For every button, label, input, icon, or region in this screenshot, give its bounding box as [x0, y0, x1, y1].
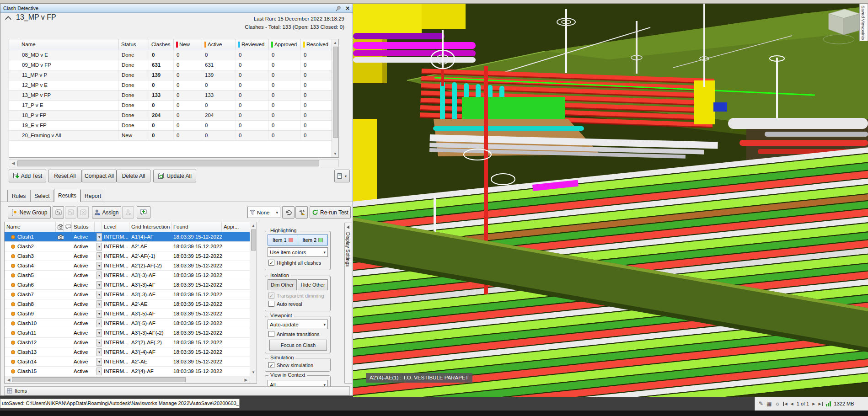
- display-settings-tab[interactable]: Display Settings: [344, 223, 352, 384]
- focus-on-clash-button[interactable]: Focus on Clash: [269, 340, 327, 351]
- clash-row[interactable]: Clash11Active▾INTERM...A3'(-3)-AF(-2)18:…: [5, 328, 257, 338]
- results-column-header[interactable]: [95, 222, 102, 232]
- clash-row[interactable]: Clash10Active▾INTERM...A3'(-5)-AF18:03:3…: [5, 319, 257, 328]
- status-dropdown[interactable]: ▾: [96, 348, 102, 356]
- saved-viewpoints-tab[interactable]: Saved Viewpoints: [859, 4, 868, 41]
- edit-icon[interactable]: ✎: [759, 400, 763, 407]
- first-sheet-button[interactable]: ◀: [783, 402, 787, 406]
- compact-view-button[interactable]: [295, 206, 308, 219]
- test-row[interactable]: 20_Framing v AllNew000000: [9, 131, 338, 141]
- tests-table-header[interactable]: NameStatusClashesNewActiveReviewedApprov…: [9, 39, 338, 50]
- clash-row[interactable]: Clash7Active▾INTERM...A3'(-3)-AF18:03:39…: [5, 290, 257, 299]
- animate-transitions-checkbox[interactable]: Animate transitions: [268, 331, 320, 337]
- results-column-header[interactable]: [56, 222, 64, 232]
- tab-rules[interactable]: Rules: [7, 190, 30, 202]
- remove-from-group-button[interactable]: [77, 206, 89, 219]
- tests-column-header[interactable]: Name: [19, 39, 119, 50]
- reset-all-button[interactable]: Reset All: [48, 170, 82, 182]
- clash-row[interactable]: Clash13Active▾INTERM...A3'(-4)-AF18:03:3…: [5, 347, 257, 357]
- status-dropdown[interactable]: ▾: [96, 262, 102, 270]
- tests-column-header[interactable]: Reviewed: [236, 39, 269, 50]
- grid-icon[interactable]: ▦: [766, 400, 772, 407]
- clash-row[interactable]: Clash2Active▾INTERM...A2'-AE18:03:39 15-…: [5, 242, 257, 251]
- tests-horizontal-scrollbar[interactable]: ◀: [9, 160, 339, 167]
- status-dropdown[interactable]: ▾: [96, 252, 102, 260]
- compact-all-button[interactable]: Compact All: [82, 170, 117, 182]
- clash-row[interactable]: Clash5Active▾INTERM...A3'(-3)-AF18:03:39…: [5, 271, 257, 280]
- group-selected-button[interactable]: [53, 206, 64, 219]
- viewport-3d[interactable]: A2'(4)-AE(1) : T.O. VESTIBULE PARAPET: [353, 4, 868, 397]
- previous-sheet-button[interactable]: ◀: [791, 402, 793, 406]
- hide-other-button[interactable]: Hide Other: [298, 279, 328, 290]
- status-dropdown[interactable]: ▾: [96, 339, 102, 347]
- test-export-dropdown-button[interactable]: ▾: [334, 170, 350, 182]
- results-table-header[interactable]: NameStatusLevelGrid IntersectionFoundApp…: [5, 222, 257, 232]
- results-horizontal-scrollbar[interactable]: ◀ ▶: [5, 376, 250, 383]
- collapse-chevron-icon[interactable]: [6, 17, 11, 21]
- item1-button[interactable]: Item 1: [268, 235, 298, 245]
- status-dropdown[interactable]: ▾: [96, 243, 102, 251]
- new-group-button[interactable]: New Group: [8, 206, 51, 219]
- clash-row[interactable]: Clash15Active▾INTERM...A2'(4)-AF18:03:39…: [5, 367, 257, 376]
- clash-row[interactable]: Clash4Active▾INTERM...A2'(2)-AF(-2)18:03…: [5, 261, 257, 271]
- pin-icon[interactable]: [335, 5, 342, 12]
- close-icon[interactable]: ×: [343, 4, 352, 13]
- tab-report[interactable]: Report: [80, 190, 105, 202]
- tests-column-header[interactable]: Active: [202, 39, 236, 50]
- results-column-header[interactable]: Name: [5, 222, 56, 232]
- items-bar[interactable]: Items: [4, 386, 350, 395]
- tests-column-header[interactable]: New: [174, 39, 202, 50]
- results-column-header[interactable]: Level: [102, 222, 129, 232]
- test-row[interactable]: 18_P v FPDone2040204000: [9, 111, 338, 121]
- status-dropdown[interactable]: ▾: [96, 233, 102, 241]
- add-comment-button[interactable]: [137, 206, 150, 219]
- status-dropdown[interactable]: ▾: [96, 368, 102, 375]
- add-to-group-button[interactable]: [65, 206, 76, 219]
- status-dropdown[interactable]: ▾: [96, 281, 102, 289]
- clash-row[interactable]: Clash3Active▾INTERM...A2'-AF(-1)18:03:39…: [5, 251, 257, 261]
- tab-select[interactable]: Select: [30, 190, 54, 202]
- tests-column-header[interactable]: Status: [119, 39, 149, 50]
- viewpoint-mode-dropdown[interactable]: Auto-update ▾: [268, 320, 328, 329]
- test-row[interactable]: 11_MP v PDone1390139000: [9, 70, 338, 80]
- tests-vertical-scrollbar[interactable]: ▲ ▼: [332, 39, 338, 157]
- item2-button[interactable]: Item 2: [298, 235, 328, 245]
- test-row[interactable]: 08_MD v EDone000000: [9, 50, 338, 60]
- test-row[interactable]: 17_P v EDone000000: [9, 101, 338, 111]
- undo-button[interactable]: [282, 206, 295, 219]
- show-simulation-checkbox[interactable]: Show simulation: [268, 362, 313, 368]
- status-dropdown[interactable]: ▾: [96, 310, 102, 318]
- rerun-test-button[interactable]: Re-run Test: [310, 206, 351, 219]
- next-sheet-button[interactable]: ▶: [812, 402, 815, 406]
- tab-results[interactable]: Results: [54, 189, 80, 202]
- results-vertical-scrollbar[interactable]: ▲ ▼: [250, 222, 257, 383]
- dim-other-button[interactable]: Dim Other: [268, 279, 297, 290]
- use-item-colors-dropdown[interactable]: Use item colors ▾: [268, 247, 328, 257]
- results-column-header[interactable]: Found: [171, 222, 222, 232]
- clash-row[interactable]: Clash8Active▾INTERM...A2'-AE18:03:39 15-…: [5, 299, 257, 309]
- status-dropdown[interactable]: ▾: [96, 329, 102, 337]
- transparent-dimming-checkbox[interactable]: Transparent dimming: [268, 293, 324, 299]
- tests-column-header[interactable]: Approved: [269, 39, 301, 50]
- filter-dropdown[interactable]: None ▾: [247, 207, 280, 218]
- test-row[interactable]: 19_E v FPDone000000: [9, 121, 338, 131]
- status-dropdown[interactable]: ▾: [96, 320, 102, 327]
- clash-row[interactable]: Clash6Active▾INTERM...A3'(-3)-AF18:03:39…: [5, 280, 257, 290]
- clash-row[interactable]: Clash14Active▾INTERM...A2'-AE18:03:39 15…: [5, 357, 257, 367]
- window-titlebar[interactable]: Clash Detective: [0, 4, 353, 13]
- highlight-all-checkbox[interactable]: Highlight all clashes: [268, 260, 321, 266]
- test-row[interactable]: 09_MD v FPDone6310631000: [9, 60, 338, 70]
- update-all-button[interactable]: Update All: [153, 170, 196, 182]
- test-row[interactable]: 13_MP v FPDone1330133000: [9, 91, 338, 101]
- last-sheet-button[interactable]: ▶: [818, 402, 822, 406]
- status-dropdown[interactable]: ▾: [96, 272, 102, 279]
- status-dropdown[interactable]: ▾: [96, 300, 102, 308]
- results-column-header[interactable]: Status: [72, 222, 95, 232]
- results-column-header[interactable]: [64, 222, 72, 232]
- results-column-header[interactable]: Grid Intersection: [129, 222, 171, 232]
- test-row[interactable]: 12_MP v EDone000000: [9, 80, 338, 91]
- clash-row[interactable]: Clash1Active▾INTERM...A1'(4)-AF18:03:39 …: [5, 232, 257, 242]
- status-dropdown[interactable]: ▾: [96, 291, 102, 299]
- lightbulb-icon[interactable]: ☼: [775, 400, 780, 407]
- unassign-button[interactable]: [122, 206, 134, 219]
